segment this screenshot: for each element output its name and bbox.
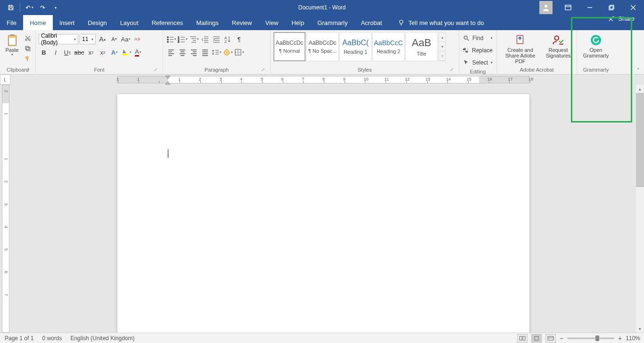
vertical-scrollbar[interactable]: ▴ ▾	[636, 85, 644, 333]
svg-point-76	[591, 35, 601, 45]
restore-icon[interactable]	[601, 0, 622, 15]
find-button[interactable]: Find▾	[462, 33, 494, 43]
borders-icon[interactable]: ▾	[234, 47, 244, 57]
document-title: Document1 - Word	[298, 4, 346, 11]
qat-customize-icon[interactable]: ▾	[50, 1, 62, 14]
horizontal-ruler[interactable]: 21123456789101112131415161718	[117, 76, 529, 83]
underline-icon[interactable]: U▾	[62, 47, 73, 57]
shrink-font-icon[interactable]: A▾	[109, 34, 119, 44]
replace-button[interactable]: abacReplace	[462, 45, 494, 56]
copy-icon[interactable]	[23, 44, 33, 53]
print-layout-icon[interactable]	[531, 334, 542, 343]
create-share-pdf-button[interactable]: Create and Share Adobe PDF	[500, 32, 541, 66]
share-button[interactable]: Share	[609, 15, 635, 22]
styles-scroll[interactable]: ▴ ▾ ▿	[438, 32, 446, 61]
styles-expand-icon[interactable]: ▿	[439, 51, 446, 61]
paste-button[interactable]: Paste ▾	[3, 32, 21, 66]
cut-icon[interactable]	[23, 34, 33, 42]
select-button[interactable]: Select▾	[462, 57, 494, 68]
format-painter-icon[interactable]	[23, 55, 33, 63]
vertical-ruler[interactable]: 211234567	[2, 85, 9, 333]
tab-design[interactable]: Design	[81, 15, 113, 30]
undo-icon[interactable]: ↶▾	[23, 1, 35, 14]
styles-launcher-icon[interactable]: ⤢	[448, 66, 455, 73]
align-right-icon[interactable]	[189, 47, 199, 57]
align-left-icon[interactable]	[166, 47, 176, 57]
styles-scroll-down-icon[interactable]: ▾	[439, 42, 446, 51]
font-group-label: Font	[94, 67, 104, 73]
style-heading1[interactable]: AaBbC( Heading 1	[339, 32, 372, 61]
close-icon[interactable]	[622, 0, 644, 15]
clear-formatting-icon[interactable]: A	[132, 34, 143, 44]
text-effects-icon[interactable]: A▾	[109, 47, 120, 57]
minimize-icon[interactable]	[579, 0, 601, 15]
tab-mailings[interactable]: Mailings	[190, 15, 225, 30]
decrease-indent-icon[interactable]	[200, 34, 210, 44]
font-color-icon[interactable]: A▾	[133, 47, 143, 57]
tab-view[interactable]: View	[258, 15, 285, 30]
change-case-icon[interactable]: Aa▾	[121, 34, 131, 44]
account-icon[interactable]	[539, 1, 553, 14]
multilevel-list-icon[interactable]: ▾	[189, 34, 199, 44]
align-center-icon[interactable]	[177, 47, 188, 57]
acrobat-group-label: Adobe Acrobat	[520, 67, 553, 73]
paragraph-launcher-icon[interactable]: ⤢	[260, 66, 266, 73]
tab-home[interactable]: Home	[23, 15, 53, 30]
tab-layout[interactable]: Layout	[114, 15, 145, 30]
ruler-row: L 21123456789101112131415161718	[0, 74, 644, 85]
tab-review[interactable]: Review	[225, 15, 259, 30]
style-title[interactable]: AaB Title	[405, 32, 438, 61]
tab-references[interactable]: References	[145, 15, 190, 30]
indent-marker-icon[interactable]	[165, 75, 171, 85]
numbering-icon[interactable]: 123▾	[177, 34, 188, 44]
scroll-down-icon[interactable]: ▾	[636, 325, 644, 333]
status-language[interactable]: English (United Kingdom)	[70, 335, 134, 342]
zoom-slider[interactable]	[567, 337, 614, 339]
sort-icon[interactable]: AZ	[223, 34, 233, 44]
zoom-out-icon[interactable]: −	[560, 335, 563, 342]
bullets-icon[interactable]: ▾	[166, 34, 176, 44]
open-grammarly-button[interactable]: Open Grammarly	[580, 32, 612, 58]
status-page[interactable]: Page 1 of 1	[5, 335, 33, 342]
strikethrough-icon[interactable]: abc	[74, 47, 84, 57]
styles-scroll-up-icon[interactable]: ▴	[439, 33, 446, 42]
tab-file[interactable]: File	[0, 15, 23, 30]
tell-me-search[interactable]: Tell me what you want to do	[398, 15, 484, 30]
tab-grammarly[interactable]: Grammarly	[311, 15, 354, 30]
tab-acrobat[interactable]: Acrobat	[354, 15, 388, 30]
grow-font-icon[interactable]: A▴	[97, 34, 107, 44]
tab-insert[interactable]: Insert	[53, 15, 82, 30]
clipboard-launcher-icon[interactable]: ⤢	[25, 66, 32, 73]
read-mode-icon[interactable]	[517, 334, 528, 343]
font-size-select[interactable]: 11▾	[80, 34, 96, 44]
bold-icon[interactable]: B	[39, 47, 49, 57]
font-name-select[interactable]: Calibri (Body)▾	[39, 34, 78, 44]
zoom-level[interactable]: 110%	[626, 335, 640, 342]
zoom-in-icon[interactable]: +	[618, 335, 622, 342]
collapse-ribbon-icon[interactable]: ˄	[635, 66, 641, 73]
italic-icon[interactable]: I	[50, 47, 61, 57]
tab-selector-icon[interactable]: L	[0, 74, 10, 85]
document-page[interactable]	[117, 94, 529, 343]
redo-icon[interactable]: ↷	[36, 1, 49, 14]
style-no-spacing[interactable]: AaBbCcDc ¶ No Spac...	[306, 32, 339, 61]
style-heading2[interactable]: AaBbCcC Heading 2	[372, 32, 405, 61]
subscript-icon[interactable]: x2	[86, 47, 96, 57]
style-normal[interactable]: AaBbCcDc ¶ Normal	[273, 32, 305, 61]
highlight-icon[interactable]: ▾	[121, 47, 132, 57]
increase-indent-icon[interactable]	[211, 34, 222, 44]
scroll-up-icon[interactable]: ▴	[636, 85, 644, 93]
tab-help[interactable]: Help	[285, 15, 311, 30]
status-words[interactable]: 0 words	[42, 335, 62, 342]
save-icon[interactable]	[5, 1, 17, 14]
superscript-icon[interactable]: x2	[98, 47, 108, 57]
ribbon-display-options-icon[interactable]	[557, 0, 579, 15]
justify-icon[interactable]	[200, 47, 210, 57]
line-spacing-icon[interactable]: ▾	[211, 47, 222, 57]
request-signatures-button[interactable]: Request Signatures	[543, 32, 574, 66]
show-marks-icon[interactable]: ¶	[234, 34, 244, 44]
web-layout-icon[interactable]	[545, 334, 556, 343]
shading-icon[interactable]: ▾	[223, 47, 233, 57]
font-launcher-icon[interactable]: ⤢	[152, 66, 159, 73]
scroll-thumb[interactable]	[636, 93, 644, 187]
